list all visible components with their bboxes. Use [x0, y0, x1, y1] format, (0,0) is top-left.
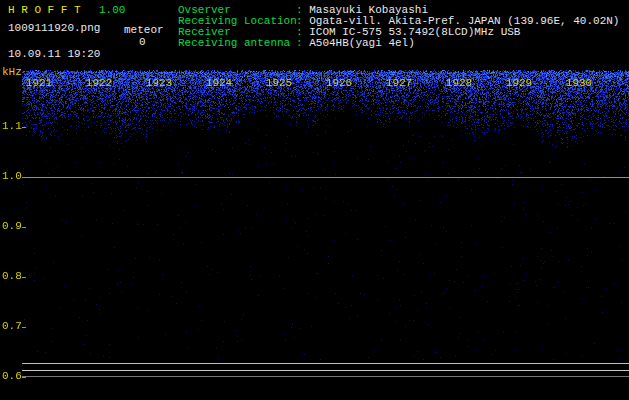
y-tick-label: 0.9 — [2, 221, 24, 232]
station-field: Receiving antenna: A504HB(yagi 4el) — [178, 38, 619, 49]
y-axis-unit: kHz — [2, 67, 22, 78]
x-tick-label: 1925 — [264, 78, 294, 89]
y-tick-label: 1.1 — [2, 121, 24, 132]
spectrogram-canvas — [22, 68, 629, 400]
x-tick-label: 1930 — [564, 78, 594, 89]
x-tick-label: 1929 — [504, 78, 534, 89]
app-version: 1.00 — [99, 5, 125, 16]
station-field-label: Receiving antenna — [178, 38, 296, 49]
output-filename: 1009111920.png — [8, 23, 100, 34]
y-tick-label: 0.8 — [2, 271, 24, 282]
y-tick-label: 0.7 — [2, 321, 24, 332]
hrofft-screen: H R O F F T 1.00 1009111920.png meteor 0… — [0, 0, 629, 400]
y-tick-label: 0.6 — [2, 371, 24, 382]
x-tick-label: 1928 — [444, 78, 474, 89]
x-tick-label: 1927 — [384, 78, 414, 89]
x-tick-label: 1922 — [84, 78, 114, 89]
x-tick-label: 1923 — [144, 78, 174, 89]
meteor-label: meteor — [124, 25, 164, 36]
station-field-colon: : — [296, 37, 309, 49]
y-tick-label: 1.0 — [2, 171, 24, 182]
x-tick-label: 1926 — [324, 78, 354, 89]
station-info: Ovserver: Masayuki KobayashiReceiving Lo… — [178, 5, 619, 49]
x-tick-label: 1921 — [24, 78, 54, 89]
app-title: H R O F F T — [8, 5, 81, 16]
timestamp: 10.09.11 19:20 — [8, 49, 100, 60]
meteor-count: 0 — [139, 37, 146, 48]
station-field-value: A504HB(yagi 4el) — [309, 37, 415, 49]
x-tick-label: 1924 — [204, 78, 234, 89]
